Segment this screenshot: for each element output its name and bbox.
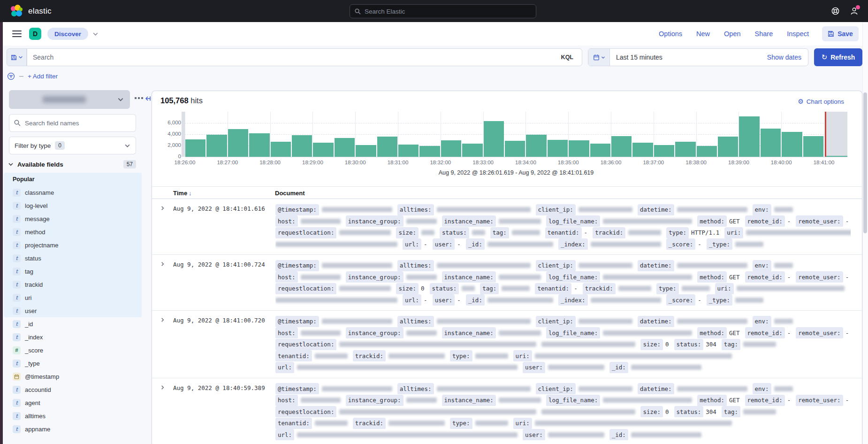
histogram-bar[interactable] xyxy=(654,145,674,157)
document-row[interactable]: Aug 9, 2022 @ 18:41:00.724@timestamp:all… xyxy=(152,255,862,311)
field-item-user[interactable]: tuser xyxy=(4,304,142,317)
histogram-bar[interactable] xyxy=(228,129,248,157)
index-pattern-select[interactable] xyxy=(9,90,130,109)
field-badge: instance_name: xyxy=(442,327,496,338)
toolbar-link-new[interactable]: New xyxy=(696,30,710,38)
expand-row-icon[interactable] xyxy=(152,204,173,250)
chevron-down-icon[interactable] xyxy=(92,31,99,37)
refresh-button[interactable]: ↻ Refresh xyxy=(814,48,862,66)
toolbar-link-share[interactable]: Share xyxy=(755,30,773,38)
document-row[interactable]: Aug 9, 2022 @ 18:41:01.616@timestamp:all… xyxy=(152,199,862,255)
time-range-value[interactable]: Last 15 minutes xyxy=(616,54,662,61)
histogram-bar[interactable] xyxy=(206,135,227,157)
field-item-@timestamp[interactable]: @timestamp xyxy=(4,370,142,383)
field-item-_type[interactable]: t_type xyxy=(4,357,142,370)
column-time[interactable]: Time↓ xyxy=(173,190,192,197)
field-search-input[interactable]: Search field names xyxy=(9,114,136,132)
field-item-log-level[interactable]: tlog-level xyxy=(4,199,142,212)
filter-by-type-button[interactable]: Filter by type 0 xyxy=(9,137,136,154)
save-button[interactable]: Save xyxy=(822,26,859,41)
app-badge[interactable]: D xyxy=(29,28,41,40)
histogram-bar[interactable] xyxy=(292,135,312,157)
histogram-bar[interactable] xyxy=(271,142,291,157)
field-item-classname[interactable]: tclassname xyxy=(4,186,142,199)
toolbar-link-open[interactable]: Open xyxy=(724,30,740,38)
row-document: @timestamp:alltimes:client_ip:datetime:e… xyxy=(275,315,851,373)
redacted-value xyxy=(275,242,397,247)
histogram-bar[interactable] xyxy=(782,132,802,157)
scrollbar-track[interactable] xyxy=(862,22,868,444)
expand-row-icon[interactable] xyxy=(152,260,173,306)
histogram-bar[interactable] xyxy=(611,136,632,157)
histogram-bar[interactable] xyxy=(739,116,759,157)
histogram-bar[interactable] xyxy=(526,135,546,157)
field-item-accountid[interactable]: taccountid xyxy=(4,383,142,396)
histogram-bar[interactable] xyxy=(697,146,717,157)
field-value: - xyxy=(424,297,427,304)
show-dates-button[interactable]: Show dates xyxy=(767,54,801,61)
histogram-bar[interactable] xyxy=(185,139,206,157)
field-item-tag[interactable]: ttag xyxy=(4,265,142,278)
breadcrumb[interactable]: Discover xyxy=(47,28,88,40)
field-badge: datetime: xyxy=(638,383,674,394)
document-row[interactable]: Aug 9, 2022 @ 18:40:59.389@timestamp:all… xyxy=(152,378,862,444)
histogram-bar[interactable] xyxy=(335,138,355,157)
toolbar-link-inspect[interactable]: Inspect xyxy=(787,30,809,38)
histogram-bar[interactable] xyxy=(356,145,376,157)
histogram-bar[interactable] xyxy=(419,146,440,157)
field-item-projectname[interactable]: tprojectname xyxy=(4,238,142,252)
x-tick-label: 18:33:00 xyxy=(467,160,500,165)
help-icon[interactable] xyxy=(830,7,840,16)
field-item-appname[interactable]: tappname xyxy=(4,422,142,436)
field-item-_score[interactable]: #_score xyxy=(4,344,142,357)
histogram-bar[interactable] xyxy=(377,137,397,157)
expand-row-icon[interactable] xyxy=(152,383,173,441)
field-item-status[interactable]: tstatus xyxy=(4,252,142,265)
field-item-trackid[interactable]: ttrackid xyxy=(4,278,142,291)
histogram-bar[interactable] xyxy=(441,140,461,157)
boxes-horizontal-icon[interactable] xyxy=(135,97,143,99)
add-filter-button[interactable]: + Add filter xyxy=(28,73,58,80)
field-item-agent[interactable]: tagent xyxy=(4,396,142,409)
histogram-bar[interactable] xyxy=(249,133,269,157)
elastic-brand[interactable]: elastic xyxy=(10,5,52,17)
kql-language-button[interactable]: KQL xyxy=(558,53,576,62)
expand-row-icon[interactable] xyxy=(152,315,173,373)
histogram-bar[interactable] xyxy=(569,140,589,157)
saved-query-menu-button[interactable] xyxy=(7,48,27,66)
field-item-_id[interactable]: t_id xyxy=(4,317,142,330)
histogram-bar[interactable] xyxy=(718,137,738,157)
filter-icon[interactable] xyxy=(7,72,15,80)
histogram-chart[interactable] xyxy=(185,115,847,157)
field-item-message[interactable]: tmessage xyxy=(4,212,142,225)
histogram-bar[interactable] xyxy=(761,129,781,157)
histogram-bar[interactable] xyxy=(505,141,525,157)
chart-options-button[interactable]: ⚙ Chart options xyxy=(798,98,844,105)
histogram-bar[interactable] xyxy=(675,142,695,157)
scrollbar-thumb[interactable] xyxy=(863,92,867,233)
available-fields-accordion[interactable]: Available fields 57 xyxy=(8,159,136,170)
toolbar-link-options[interactable]: Options xyxy=(659,30,682,38)
field-value: - xyxy=(787,397,791,404)
field-item-alltimes[interactable]: talltimes xyxy=(4,409,142,422)
field-item-_index[interactable]: t_index xyxy=(4,330,142,344)
user-menu-icon[interactable] xyxy=(849,7,859,16)
collapse-sidebar-icon[interactable] xyxy=(144,95,152,102)
histogram-bar[interactable] xyxy=(462,144,482,157)
field-item-method[interactable]: tmethod xyxy=(4,225,142,238)
histogram-bar[interactable] xyxy=(590,144,610,157)
histogram-bar[interactable] xyxy=(398,145,419,157)
document-row[interactable]: Aug 9, 2022 @ 18:41:00.720@timestamp:all… xyxy=(152,311,862,378)
calendar-menu-button[interactable] xyxy=(588,49,610,66)
document-field: tag: xyxy=(722,340,776,348)
field-item-uri[interactable]: turi xyxy=(4,291,142,304)
menu-icon[interactable] xyxy=(12,31,22,37)
histogram-bar[interactable] xyxy=(632,143,653,157)
histogram-bar[interactable] xyxy=(484,121,504,157)
histogram-bar[interactable] xyxy=(548,140,568,157)
histogram-bar[interactable] xyxy=(313,143,333,157)
global-search-input[interactable]: Search Elastic xyxy=(350,4,536,18)
field-badge: uri: xyxy=(513,350,532,361)
query-input[interactable]: Search KQL xyxy=(27,48,582,66)
histogram-bar[interactable] xyxy=(803,136,823,157)
